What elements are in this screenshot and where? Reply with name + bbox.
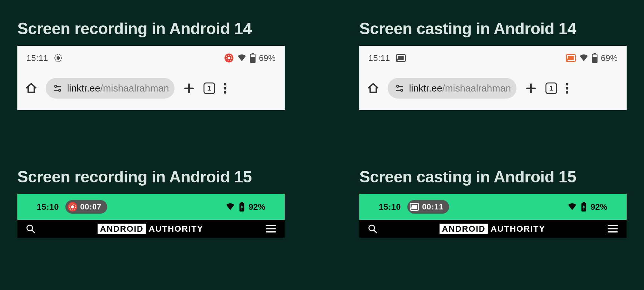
recording-chip[interactable]: 00:07 (65, 200, 107, 214)
wifi-icon (237, 53, 247, 63)
page-settings-icon (395, 83, 404, 93)
svg-point-24 (397, 85, 399, 87)
panel-recording-a14: Screen recording in Android 14 15:11 69% (17, 19, 285, 110)
panel-heading: Screen recording in Android 14 (17, 19, 285, 38)
url-bar[interactable]: linktr.ee/mishaalrahman (388, 78, 516, 99)
svg-rect-45 (412, 205, 417, 209)
wifi-icon (225, 202, 235, 212)
search-icon[interactable] (26, 224, 35, 234)
a15-screenshot: 15:10 00:07 92% (17, 194, 285, 236)
svg-rect-20 (568, 56, 574, 60)
record-icon (54, 54, 62, 62)
wifi-icon (579, 53, 589, 63)
battery-percent: 69% (259, 53, 276, 63)
casting-chip[interactable]: 00:11 (407, 200, 449, 214)
cast-icon (409, 202, 420, 212)
panel-casting-a15: Screen casting in Android 15 15:10 00:11… (359, 168, 627, 236)
chip-timer: 00:11 (422, 202, 443, 211)
site-logo[interactable]: ANDROID AUTHORITY (98, 224, 204, 234)
page-settings-icon (53, 83, 62, 93)
svg-point-32 (566, 91, 568, 94)
hamburger-icon[interactable] (265, 224, 276, 233)
more-icon[interactable] (565, 82, 569, 94)
svg-point-30 (566, 83, 568, 85)
panel-recording-a15: Screen recording in Android 15 15:10 00:… (17, 168, 285, 236)
chip-timer: 00:07 (80, 202, 101, 211)
logo-box-text: ANDROID (98, 224, 146, 234)
panel-heading: Screen casting in Android 15 (359, 168, 627, 186)
panel-casting-a14: Screen casting in Android 14 15:11 69% (359, 19, 627, 110)
browser-toolbar: linktr.ee/mishaalrahman 1 (17, 75, 285, 102)
battery-icon (239, 202, 245, 212)
panel-heading: Screen casting in Android 14 (359, 19, 627, 38)
hamburger-icon[interactable] (607, 224, 618, 233)
status-bar: 15:11 69% (17, 52, 285, 64)
tab-switcher[interactable]: 1 (545, 82, 557, 94)
svg-point-4 (228, 57, 231, 60)
a14-screenshot: 15:11 69% (359, 46, 627, 110)
status-time: 15:11 (368, 53, 390, 63)
battery-percent: 69% (601, 53, 618, 63)
status-bar: 15:10 00:07 92% (17, 194, 285, 220)
svg-point-15 (224, 87, 226, 90)
svg-point-11 (59, 89, 61, 91)
battery-icon (592, 53, 598, 63)
home-icon[interactable] (25, 82, 37, 94)
svg-rect-18 (398, 56, 404, 60)
svg-point-14 (224, 83, 226, 85)
status-bar: 15:11 69% (359, 52, 627, 64)
logo-rest-text: AUTHORITY (491, 224, 545, 234)
battery-icon (250, 53, 256, 63)
svg-point-16 (224, 91, 226, 94)
svg-line-50 (374, 230, 377, 233)
wifi-icon (567, 202, 577, 212)
battery-percent: 92% (249, 202, 265, 212)
svg-rect-23 (592, 57, 597, 63)
svg-point-27 (401, 89, 402, 91)
status-time: 15:11 (26, 53, 48, 63)
logo-rest-text: AUTHORITY (149, 224, 204, 234)
record-badge-icon (224, 53, 234, 63)
svg-point-8 (55, 85, 57, 87)
svg-point-35 (71, 205, 74, 208)
cast-badge-icon (566, 54, 576, 62)
panel-heading: Screen recording in Android 15 (17, 168, 285, 186)
record-icon (67, 202, 78, 212)
app-header-bar: ANDROID AUTHORITY (17, 220, 285, 238)
svg-rect-46 (582, 202, 585, 203)
cast-icon (396, 54, 406, 62)
battery-percent: 92% (591, 202, 607, 212)
site-logo[interactable]: ANDROID AUTHORITY (440, 224, 545, 234)
app-header-bar: ANDROID AUTHORITY (359, 220, 627, 238)
home-icon[interactable] (367, 82, 379, 94)
logo-box-text: ANDROID (440, 224, 488, 234)
a15-screenshot: 15:10 00:11 92% (359, 194, 627, 236)
status-time: 15:10 (379, 202, 401, 212)
status-bar: 15:10 00:11 92% (359, 194, 627, 220)
browser-toolbar: linktr.ee/mishaalrahman 1 (359, 75, 627, 102)
svg-rect-7 (250, 57, 255, 63)
url-text: linktr.ee/mishaalrahman (67, 83, 169, 94)
url-bar[interactable]: linktr.ee/mishaalrahman (46, 78, 175, 99)
svg-line-40 (32, 230, 35, 233)
a14-screenshot: 15:11 69% (17, 46, 285, 110)
more-icon[interactable] (223, 82, 227, 94)
svg-point-1 (56, 56, 60, 60)
tab-switcher[interactable]: 1 (204, 82, 215, 94)
new-tab-icon[interactable] (183, 82, 195, 94)
new-tab-icon[interactable] (525, 82, 537, 94)
battery-icon (581, 202, 587, 212)
url-text: linktr.ee/mishaalrahman (409, 83, 511, 94)
status-time: 15:10 (37, 202, 59, 212)
svg-point-31 (566, 87, 568, 90)
search-icon[interactable] (368, 224, 377, 234)
svg-rect-36 (241, 202, 243, 203)
